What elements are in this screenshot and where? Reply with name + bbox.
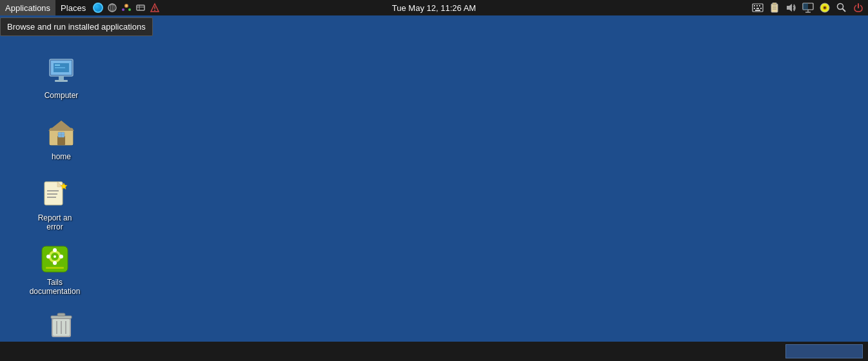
svg-point-5	[122, 8, 124, 11]
desktop-icon-home[interactable]: home	[32, 115, 90, 164]
home-icon-graphic	[46, 118, 77, 149]
svg-rect-27	[803, 3, 808, 10]
taskbar-right-icons	[751, 1, 868, 15]
svg-point-6	[128, 8, 131, 11]
svg-point-63	[54, 255, 56, 258]
svg-rect-41	[55, 67, 65, 68]
datetime-display: Tue May 12, 11:26 AM	[392, 3, 476, 13]
svg-point-12	[154, 10, 155, 11]
computer-label: Computer	[43, 90, 81, 101]
svg-rect-64	[46, 267, 64, 269]
svg-rect-20	[755, 10, 760, 11]
svg-marker-25	[787, 4, 792, 12]
taskbar-menus: Applications Places	[0, 0, 162, 15]
svg-rect-68	[57, 313, 65, 316]
volume-icon[interactable]	[784, 1, 798, 15]
svg-rect-7	[137, 5, 144, 10]
report-error-label: Report an error	[28, 213, 81, 232]
svg-rect-17	[754, 8, 755, 9]
svg-rect-15	[756, 5, 758, 6]
bottom-taskbar	[0, 342, 868, 361]
svg-rect-38	[55, 80, 68, 82]
window-thumbnail[interactable]	[785, 344, 863, 358]
desktop-icon-report-error[interactable]: Report an error	[26, 177, 84, 235]
places-menu[interactable]: Places	[55, 0, 91, 15]
clipboard-icon[interactable]	[767, 1, 782, 15]
report-error-icon-graphic	[39, 179, 70, 210]
home-label: home	[50, 151, 73, 162]
tails-docs-icon-graphic	[39, 244, 70, 275]
svg-point-4	[126, 5, 128, 7]
svg-rect-37	[59, 76, 64, 80]
svg-rect-67	[51, 316, 72, 318]
svg-line-34	[843, 9, 846, 12]
svg-point-59	[53, 248, 57, 252]
computer-icon-graphic	[46, 57, 77, 88]
taskbar-icon-2[interactable]	[105, 1, 119, 15]
svg-point-61	[53, 261, 57, 265]
svg-rect-19	[760, 8, 762, 9]
svg-rect-14	[754, 5, 755, 6]
taskbar-icon-5[interactable]	[148, 1, 162, 15]
tails-docs-label: Tails documentation	[28, 277, 83, 297]
svg-rect-18	[756, 8, 759, 9]
top-taskbar: Applications Places	[0, 0, 868, 15]
svg-point-32	[824, 7, 826, 9]
taskbar-icon-4[interactable]	[133, 1, 148, 15]
desktop-icon-computer[interactable]: Computer	[32, 54, 90, 103]
applications-menu[interactable]: Applications	[0, 0, 55, 15]
svg-point-62	[46, 255, 50, 259]
network-icon[interactable]	[91, 1, 105, 15]
trash-icon-graphic	[46, 308, 77, 339]
desktop-icon-tails-docs[interactable]: Tails documentation	[26, 241, 84, 299]
taskbar-icon-3[interactable]	[119, 1, 133, 15]
desktop: Computer home	[0, 15, 868, 361]
svg-rect-40	[55, 64, 60, 66]
tails-icon[interactable]	[818, 1, 832, 15]
svg-point-60	[59, 255, 63, 259]
svg-marker-44	[48, 121, 74, 131]
power-icon[interactable]	[851, 1, 865, 15]
keyboard-icon[interactable]	[751, 1, 765, 15]
search-icon[interactable]	[834, 1, 849, 15]
svg-point-33	[838, 4, 843, 10]
svg-rect-16	[759, 5, 760, 6]
display-icon[interactable]	[801, 1, 815, 15]
svg-rect-22	[773, 3, 776, 5]
